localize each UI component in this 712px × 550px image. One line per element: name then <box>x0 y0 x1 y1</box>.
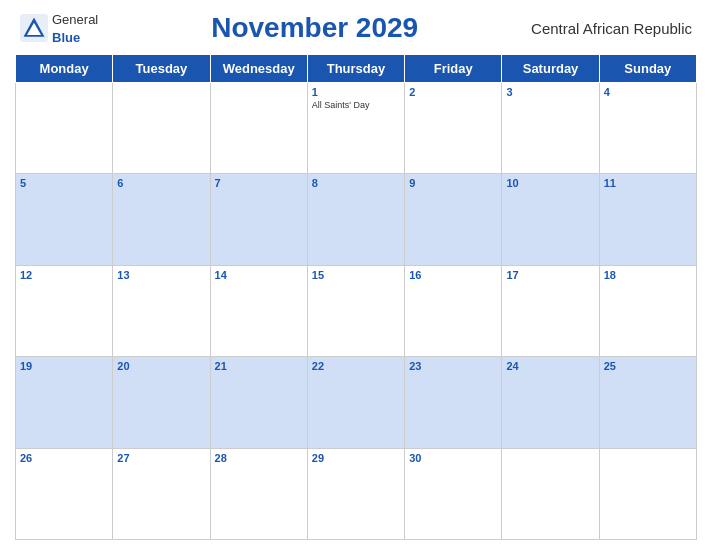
weekday-header-monday: Monday <box>16 55 113 83</box>
calendar-cell: 22 <box>307 357 404 448</box>
calendar-week-2: 567891011 <box>16 174 697 265</box>
calendar-cell: 17 <box>502 265 599 356</box>
calendar-cell: 2 <box>405 83 502 174</box>
calendar-cell: 8 <box>307 174 404 265</box>
day-number: 3 <box>506 86 594 98</box>
calendar-cell: 12 <box>16 265 113 356</box>
day-number: 13 <box>117 269 205 281</box>
calendar-cell: 21 <box>210 357 307 448</box>
logo-text: General Blue <box>52 10 98 46</box>
calendar-cell: 11 <box>599 174 696 265</box>
calendar-cell: 29 <box>307 448 404 539</box>
weekday-header-sunday: Sunday <box>599 55 696 83</box>
calendar-cell: 14 <box>210 265 307 356</box>
calendar-cell: 28 <box>210 448 307 539</box>
day-number: 25 <box>604 360 692 372</box>
calendar-week-5: 2627282930 <box>16 448 697 539</box>
day-number: 11 <box>604 177 692 189</box>
country-name: Central African Republic <box>531 20 692 37</box>
day-number: 6 <box>117 177 205 189</box>
calendar-cell <box>210 83 307 174</box>
calendar-table: MondayTuesdayWednesdayThursdayFridaySatu… <box>15 54 697 540</box>
calendar-cell: 10 <box>502 174 599 265</box>
day-number: 9 <box>409 177 497 189</box>
calendar-title: November 2029 <box>211 12 418 44</box>
logo-icon <box>20 14 48 42</box>
day-number: 8 <box>312 177 400 189</box>
weekday-header-friday: Friday <box>405 55 502 83</box>
calendar-cell: 18 <box>599 265 696 356</box>
weekday-header-thursday: Thursday <box>307 55 404 83</box>
weekday-header-tuesday: Tuesday <box>113 55 210 83</box>
day-number: 1 <box>312 86 400 98</box>
day-number: 24 <box>506 360 594 372</box>
day-number: 27 <box>117 452 205 464</box>
calendar-cell: 1All Saints' Day <box>307 83 404 174</box>
calendar-cell <box>16 83 113 174</box>
day-number: 23 <box>409 360 497 372</box>
calendar-cell: 20 <box>113 357 210 448</box>
calendar-cell: 7 <box>210 174 307 265</box>
calendar-cell: 13 <box>113 265 210 356</box>
calendar-cell: 4 <box>599 83 696 174</box>
calendar-cell: 30 <box>405 448 502 539</box>
title-block: November 2029 <box>211 12 418 44</box>
day-number: 29 <box>312 452 400 464</box>
calendar-cell: 23 <box>405 357 502 448</box>
logo: General Blue <box>20 10 98 46</box>
day-number: 16 <box>409 269 497 281</box>
calendar-cell: 24 <box>502 357 599 448</box>
calendar-cell <box>502 448 599 539</box>
calendar-cell <box>113 83 210 174</box>
day-number: 15 <box>312 269 400 281</box>
calendar-cell <box>599 448 696 539</box>
calendar-week-4: 19202122232425 <box>16 357 697 448</box>
logo-blue: Blue <box>52 30 80 45</box>
page-header: General Blue November 2029 Central Afric… <box>15 10 697 46</box>
day-number: 12 <box>20 269 108 281</box>
day-number: 19 <box>20 360 108 372</box>
day-number: 17 <box>506 269 594 281</box>
calendar-week-3: 12131415161718 <box>16 265 697 356</box>
calendar-cell: 15 <box>307 265 404 356</box>
calendar-cell: 3 <box>502 83 599 174</box>
calendar-cell: 6 <box>113 174 210 265</box>
day-number: 18 <box>604 269 692 281</box>
day-number: 14 <box>215 269 303 281</box>
weekday-header-row: MondayTuesdayWednesdayThursdayFridaySatu… <box>16 55 697 83</box>
day-number: 26 <box>20 452 108 464</box>
calendar-cell: 25 <box>599 357 696 448</box>
day-number: 4 <box>604 86 692 98</box>
calendar-cell: 5 <box>16 174 113 265</box>
calendar-week-1: 1All Saints' Day234 <box>16 83 697 174</box>
holiday-label: All Saints' Day <box>312 100 400 110</box>
day-number: 20 <box>117 360 205 372</box>
calendar-cell: 19 <box>16 357 113 448</box>
calendar-cell: 27 <box>113 448 210 539</box>
logo-general: General <box>52 12 98 27</box>
day-number: 22 <box>312 360 400 372</box>
calendar-cell: 16 <box>405 265 502 356</box>
day-number: 5 <box>20 177 108 189</box>
weekday-header-saturday: Saturday <box>502 55 599 83</box>
calendar-cell: 9 <box>405 174 502 265</box>
calendar-cell: 26 <box>16 448 113 539</box>
day-number: 28 <box>215 452 303 464</box>
day-number: 2 <box>409 86 497 98</box>
day-number: 30 <box>409 452 497 464</box>
day-number: 21 <box>215 360 303 372</box>
day-number: 7 <box>215 177 303 189</box>
weekday-header-wednesday: Wednesday <box>210 55 307 83</box>
day-number: 10 <box>506 177 594 189</box>
